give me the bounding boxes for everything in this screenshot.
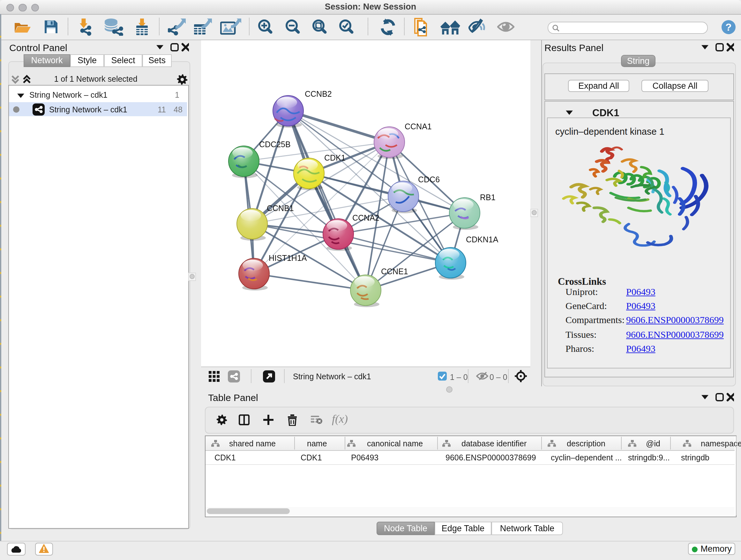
svg-text:CCNE1: CCNE1: [381, 266, 408, 275]
svg-text:CDC25B: CDC25B: [259, 139, 291, 148]
svg-text:RB1: RB1: [480, 192, 495, 201]
svg-text:CDC6: CDC6: [418, 175, 440, 184]
svg-text:CCNA2: CCNA2: [352, 213, 380, 222]
svg-text:CCNB1: CCNB1: [267, 203, 294, 212]
svg-text:CDK1: CDK1: [324, 153, 346, 162]
svg-text:?: ?: [725, 21, 732, 33]
svg-text:CCNB2: CCNB2: [305, 89, 332, 98]
svg-text:HIST1H1A: HIST1H1A: [269, 253, 307, 262]
svg-text:CCNA1: CCNA1: [405, 122, 432, 131]
svg-text:CDKN1A: CDKN1A: [466, 235, 498, 244]
